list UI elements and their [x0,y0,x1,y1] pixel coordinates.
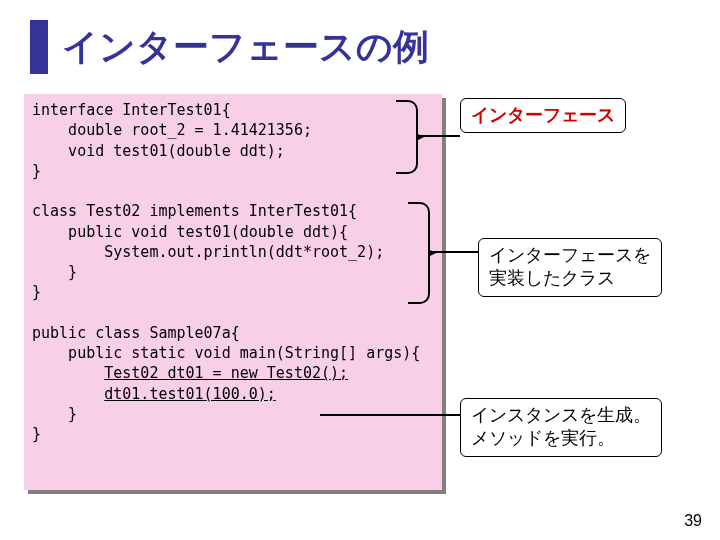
slide-title: インターフェースの例 [62,23,429,72]
code-line-underlined: dt01.test01(100.0); [104,385,276,403]
connector-line [416,135,460,137]
code-line: void test01(double ddt); [32,142,285,160]
code-line: } [32,283,41,301]
code-line: } [32,425,41,443]
code-line: } [32,263,77,281]
connector-line [320,414,460,416]
code-indent [32,385,104,403]
annotation-implementing-class: インターフェースを 実装したクラス [478,238,662,297]
code-line: public class Sample07a{ [32,324,240,342]
code-box: interface InterTest01{ double root_2 = 1… [24,94,442,490]
code-line: class Test02 implements InterTest01{ [32,202,357,220]
code-line: public void test01(double ddt){ [32,223,348,241]
annotation-interface: インターフェース [460,98,626,133]
code-line: System.out.println(ddt*root_2); [32,243,384,261]
code-line: interface InterTest01{ [32,101,231,119]
code-line: } [32,405,77,423]
page-number: 39 [684,512,702,530]
code-indent [32,364,104,382]
code-line-underlined: Test02 dt01 = new Test02(); [104,364,348,382]
code-line: } [32,162,41,180]
brace-icon [408,202,430,304]
title-accent-bar [30,20,48,74]
code-line: double root_2 = 1.41421356; [32,121,312,139]
code-line: public static void main(String[] args){ [32,344,420,362]
connector-line [428,251,478,253]
brace-icon [396,100,418,174]
slide-title-wrap: インターフェースの例 [30,20,429,74]
annotation-instance-method: インスタンスを生成。 メソッドを実行。 [460,398,662,457]
